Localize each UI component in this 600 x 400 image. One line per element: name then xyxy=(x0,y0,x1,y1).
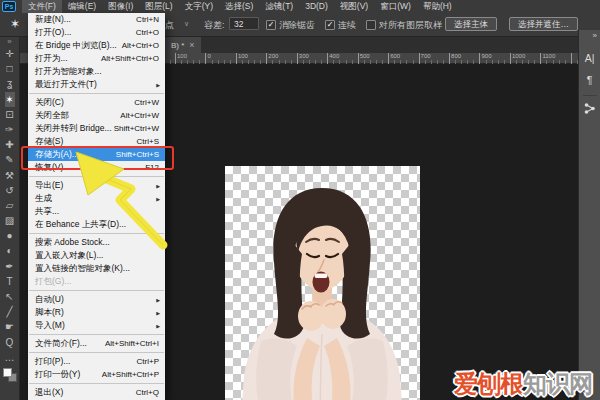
menu-item-shortcut: Alt+Shift+Ctrl+I xyxy=(105,339,165,348)
brush-tool[interactable]: ✎ xyxy=(5,152,15,167)
file-menu-item-28[interactable]: 文件简介(F)...Alt+Shift+Ctrl+I xyxy=(28,337,165,350)
option-checkbox-2[interactable]: 对所有图层取样 xyxy=(366,19,442,32)
move-tool[interactable]: ✛ xyxy=(5,46,15,61)
file-menu-item-4[interactable]: 打开为智能对象... xyxy=(28,65,165,78)
dodge-tool[interactable]: ◐ xyxy=(5,243,15,258)
eyedropper-tool[interactable]: ✑ xyxy=(5,122,15,137)
menubar-item-0[interactable]: 文件(F) xyxy=(22,0,62,13)
unchecked-checkbox-icon[interactable] xyxy=(366,20,376,30)
option-checkbox-1[interactable]: ✓连续 xyxy=(325,19,356,32)
select-subject-button[interactable]: 选择主体 xyxy=(445,17,497,31)
menu-item-shortcut: Shift+Ctrl+W xyxy=(114,124,165,133)
file-menu-item-24[interactable]: 自动(U)▶ xyxy=(28,293,165,306)
file-menu-item-16[interactable]: 共享... xyxy=(28,205,165,218)
menu-item-label: 打开为智能对象... xyxy=(28,66,102,78)
clone-stamp-tool[interactable]: ⚒ xyxy=(5,168,15,183)
submenu-arrow-icon: ▶ xyxy=(156,183,165,189)
eraser-tool[interactable]: ▱ xyxy=(5,198,15,213)
line-tool[interactable]: ╱ xyxy=(5,304,15,319)
file-menu-dropdown: 新建(N)...Ctrl+N打开(O)...Ctrl+O在 Bridge 中浏览… xyxy=(28,13,165,400)
file-menu-item-33[interactable]: 退出(X)Ctrl+Q xyxy=(28,386,165,399)
file-menu-item-30[interactable]: 打印(P)...Ctrl+P xyxy=(28,355,165,368)
file-menu-item-3[interactable]: 打开为...Alt+Shift+Ctrl+O xyxy=(28,52,165,65)
menubar-item-9[interactable]: 窗口(W) xyxy=(374,0,417,13)
crop-tool[interactable]: ⊡ xyxy=(5,107,15,122)
menu-separator xyxy=(29,93,164,94)
path-select-tool[interactable]: ↖ xyxy=(5,289,15,304)
file-menu-item-21[interactable]: 置入链接的智能对象(K)... xyxy=(28,262,165,275)
file-menu-item-8[interactable]: 关闭全部Alt+Ctrl+W xyxy=(28,109,165,122)
gradient-tool[interactable]: ▨ xyxy=(5,213,15,228)
menu-item-label: 打印(P)... xyxy=(28,356,70,368)
type-tool[interactable]: T xyxy=(5,274,15,289)
menu-item-shortcut: Alt+Shift+Ctrl+P xyxy=(102,370,165,379)
file-menu-item-20[interactable]: 置入嵌入对象(L)... xyxy=(28,249,165,262)
file-menu-item-0[interactable]: 新建(N)...Ctrl+N xyxy=(28,13,165,26)
menu-item-label: 生成 xyxy=(28,193,52,205)
option-checkbox-0[interactable]: ✓消除锯齿 xyxy=(266,19,315,32)
menubar-item-8[interactable]: 视图(V) xyxy=(334,0,374,13)
pen-tool[interactable]: ✒ xyxy=(5,259,15,274)
ruler-label: 600 xyxy=(390,53,400,59)
menubar-item-7[interactable]: 3D(D) xyxy=(299,0,334,13)
file-menu-item-5[interactable]: 最近打开文件(T)▶ xyxy=(28,78,165,91)
foreground-color-swatch[interactable] xyxy=(3,368,12,377)
menu-item-label: 关闭(C) xyxy=(28,97,64,109)
file-menu-item-31[interactable]: 打印一份(Y)Alt+Shift+Ctrl+P xyxy=(28,368,165,381)
hand-tool[interactable]: ☛ xyxy=(5,319,15,334)
character-panel-icon[interactable]: A| xyxy=(579,48,600,70)
checked-checkbox-icon[interactable]: ✓ xyxy=(325,20,335,30)
menubar-item-2[interactable]: 图像(I) xyxy=(102,0,139,13)
zoom-tool[interactable]: Q xyxy=(5,335,15,350)
more-tools[interactable]: … xyxy=(5,350,15,365)
paragraph-panel-icon[interactable]: ¶ xyxy=(579,70,600,92)
file-menu-item-7[interactable]: 关闭(C)Ctrl+W xyxy=(28,96,165,109)
lasso-tool[interactable]: ʓ xyxy=(5,76,15,91)
menubar-item-4[interactable]: 文字(Y) xyxy=(179,0,219,13)
menubar-item-3[interactable]: 图层(L) xyxy=(139,0,178,13)
marquee-tool[interactable]: □ xyxy=(5,61,15,76)
menu-item-label: 置入链接的智能对象(K)... xyxy=(28,263,130,275)
menu-separator xyxy=(29,176,164,177)
menubar-item-5[interactable]: 选择(S) xyxy=(219,0,259,13)
file-menu-item-11[interactable]: 存储为(A)...Shift+Ctrl+S xyxy=(28,148,165,161)
menu-item-label: 自动(U) xyxy=(28,294,64,306)
tolerance-input[interactable]: 32 xyxy=(229,17,259,30)
file-menu-item-1[interactable]: 打开(O)...Ctrl+O xyxy=(28,26,165,39)
blur-tool[interactable]: ● xyxy=(5,228,15,243)
share-panel-icon[interactable] xyxy=(579,101,600,123)
ruler-label: 1000 xyxy=(512,53,525,59)
sample-size-dropdown[interactable]: 点 xyxy=(165,19,174,32)
menu-item-shortcut: Ctrl+Q xyxy=(136,388,165,397)
file-menu-item-25[interactable]: 脚本(R)▶ xyxy=(28,306,165,319)
expand-panels-icon[interactable]: » xyxy=(593,32,597,40)
file-menu-item-19[interactable]: 搜索 Adobe Stock... xyxy=(28,236,165,249)
submenu-arrow-icon: ▶ xyxy=(156,82,165,88)
file-menu-item-9[interactable]: 关闭并转到 Bridge...Shift+Ctrl+W xyxy=(28,122,165,135)
file-menu-item-15[interactable]: 生成▶ xyxy=(28,192,165,205)
magic-wand-tool[interactable]: ✶ xyxy=(5,92,15,107)
select-and-mask-button[interactable]: 选择并遮住… xyxy=(509,17,578,31)
file-menu-item-2[interactable]: 在 Bridge 中浏览(B)...Alt+Ctrl+O xyxy=(28,39,165,52)
menubar-item-1[interactable]: 编辑(E) xyxy=(62,0,102,13)
color-swatches[interactable] xyxy=(3,368,16,381)
file-menu-item-10[interactable]: 存储(S)Ctrl+S xyxy=(28,135,165,148)
toolbar-collapse-icon[interactable]: » xyxy=(7,37,11,46)
menubar-item-6[interactable]: 滤镜(T) xyxy=(259,0,299,13)
healing-brush-tool[interactable]: ✚ xyxy=(5,137,15,152)
checked-checkbox-icon[interactable]: ✓ xyxy=(266,20,276,30)
menu-item-label: 置入嵌入对象(L)... xyxy=(28,250,103,262)
document-tab[interactable]: B) * × xyxy=(165,37,201,53)
file-menu-item-26[interactable]: 导入(M)▶ xyxy=(28,319,165,332)
menu-item-label: 恢复(V) xyxy=(28,162,63,174)
history-brush-tool[interactable]: ↺ xyxy=(5,183,15,198)
menu-item-label: 在 Behance 上共享(D)... xyxy=(28,219,126,231)
menubar-item-10[interactable]: 帮助(H) xyxy=(417,0,458,13)
file-menu-item-14[interactable]: 导出(E)▶ xyxy=(28,179,165,192)
tab-close-icon[interactable]: × xyxy=(189,41,194,50)
submenu-arrow-icon: ▶ xyxy=(156,323,165,329)
file-menu-item-17[interactable]: 在 Behance 上共享(D)... xyxy=(28,218,165,231)
ruler-label: 100 xyxy=(238,53,248,59)
file-menu-item-12[interactable]: 恢复(V)F12 xyxy=(28,161,165,174)
document-canvas[interactable] xyxy=(225,166,420,400)
